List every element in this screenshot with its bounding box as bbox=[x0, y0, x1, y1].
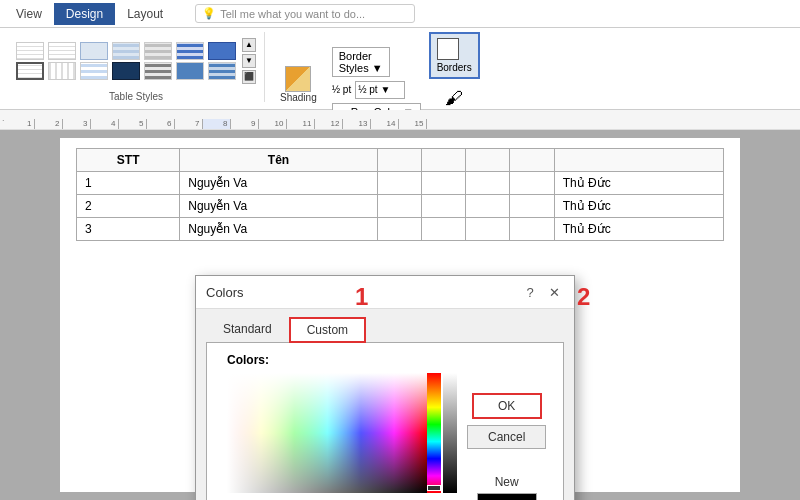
ruler-mark-9: 9 bbox=[231, 119, 259, 129]
search-placeholder-text: Tell me what you want to do... bbox=[220, 8, 365, 20]
cell-2-1: 2 bbox=[77, 195, 180, 218]
lightbulb-icon: 💡 bbox=[202, 7, 216, 20]
close-button[interactable]: ✕ bbox=[544, 282, 564, 302]
table-row: 2 Nguyễn Va Thủ Đức bbox=[77, 195, 724, 218]
table-style-8[interactable] bbox=[16, 62, 44, 80]
table-row: 3 Nguyễn Va Thủ Đức bbox=[77, 218, 724, 241]
col-ten: Tên bbox=[180, 149, 377, 172]
ruler-mark-12: 12 bbox=[315, 119, 343, 129]
borders-button[interactable]: Borders bbox=[429, 32, 480, 79]
ruler-marks: 1 2 3 4 5 6 7 8 9 10 11 12 13 14 15 bbox=[7, 110, 798, 129]
hue-slider[interactable] bbox=[427, 373, 441, 493]
colors-dialog: Colors ? ✕ Standard Custom Colors: bbox=[195, 275, 575, 500]
tab-design[interactable]: Design bbox=[54, 3, 115, 25]
ruler-mark-10: 10 bbox=[259, 119, 287, 129]
cell-3-1: 3 bbox=[77, 218, 180, 241]
table-style-2[interactable] bbox=[48, 42, 76, 60]
ribbon-tabs: View Design Layout 💡 Tell me what you wa… bbox=[0, 0, 800, 28]
dialog-title: Colors bbox=[206, 285, 244, 300]
cell-3-6 bbox=[510, 218, 554, 241]
ruler-mark-13: 13 bbox=[343, 119, 371, 129]
ruler-mark-15: 15 bbox=[399, 119, 427, 129]
shading-label: Shading bbox=[280, 92, 317, 103]
table-style-5[interactable] bbox=[144, 42, 172, 60]
ruler-mark-14: 14 bbox=[371, 119, 399, 129]
ruler-mark-3: 3 bbox=[63, 119, 91, 129]
ruler: · 1 2 3 4 5 6 7 8 9 10 11 12 13 14 15 bbox=[0, 110, 800, 130]
cell-1-5 bbox=[466, 172, 510, 195]
cell-1-6 bbox=[510, 172, 554, 195]
cell-2-4 bbox=[421, 195, 465, 218]
ruler-mark-5: 5 bbox=[119, 119, 147, 129]
cell-3-2: Nguyễn Va bbox=[180, 218, 377, 241]
cell-1-1: 1 bbox=[77, 172, 180, 195]
dialog-controls: ? ✕ bbox=[520, 282, 564, 302]
tab-custom[interactable]: Custom bbox=[289, 317, 366, 343]
cell-1-7: Thủ Đức bbox=[554, 172, 723, 195]
document-table: STT Tên 1 Nguyễn Va bbox=[76, 148, 724, 241]
table-style-12[interactable] bbox=[144, 62, 172, 80]
border-styles-button[interactable]: BorderStyles ▼ bbox=[332, 47, 390, 77]
borders-group: Shading BorderStyles ▼ ½ pt ½ pt ▼ ✏ Pen bbox=[265, 32, 488, 102]
cell-3-7: Thủ Đức bbox=[554, 218, 723, 241]
tab-view[interactable]: View bbox=[4, 3, 54, 25]
table-styles-grid bbox=[16, 42, 238, 80]
table-style-10[interactable] bbox=[80, 62, 108, 80]
painter-icon: 🖌 bbox=[438, 88, 470, 109]
cell-1-3 bbox=[377, 172, 421, 195]
new-label: New bbox=[495, 475, 519, 489]
help-button[interactable]: ? bbox=[520, 282, 540, 302]
col-3 bbox=[377, 149, 421, 172]
shading-button[interactable]: Shading bbox=[273, 63, 324, 106]
ruler-mark-4: 4 bbox=[91, 119, 119, 129]
cell-3-5 bbox=[466, 218, 510, 241]
cell-1-4 bbox=[421, 172, 465, 195]
dialog-titlebar: Colors ? ✕ bbox=[196, 276, 574, 309]
brightness-slider[interactable] bbox=[443, 373, 457, 493]
col-stt: STT bbox=[77, 149, 180, 172]
dialog-left-panel: Colors: Color model: bbox=[217, 353, 457, 500]
pen-weight-select[interactable]: ½ pt ▼ bbox=[355, 81, 405, 99]
borders-label: Borders bbox=[437, 62, 472, 73]
cell-3-3 bbox=[377, 218, 421, 241]
cell-2-3 bbox=[377, 195, 421, 218]
borders-icon bbox=[437, 38, 459, 60]
col-6 bbox=[510, 149, 554, 172]
color-spectrum-container bbox=[227, 373, 457, 493]
table-style-11[interactable] bbox=[112, 62, 140, 80]
table-style-13[interactable] bbox=[176, 62, 204, 80]
styles-expand[interactable]: ⬛ bbox=[242, 70, 256, 84]
table-style-9[interactable] bbox=[48, 62, 76, 80]
table-style-6[interactable] bbox=[176, 42, 204, 60]
hue-slider-thumb bbox=[427, 485, 441, 491]
search-bar[interactable]: 💡 Tell me what you want to do... bbox=[195, 4, 415, 23]
pen-weight-label: ½ pt bbox=[332, 84, 351, 95]
tab-layout[interactable]: Layout bbox=[115, 3, 175, 25]
table-style-7[interactable] bbox=[208, 42, 236, 60]
main-area: STT Tên 1 Nguyễn Va bbox=[0, 130, 800, 500]
col-5 bbox=[466, 149, 510, 172]
table-style-1[interactable] bbox=[16, 42, 44, 60]
table-style-14[interactable] bbox=[208, 62, 236, 80]
ok-button[interactable]: OK bbox=[472, 393, 542, 419]
ruler-left-margin: · bbox=[2, 115, 5, 125]
ruler-mark-6: 6 bbox=[147, 119, 175, 129]
table-row: 1 Nguyễn Va Thủ Đức bbox=[77, 172, 724, 195]
table-style-4[interactable] bbox=[112, 42, 140, 60]
ruler-mark-8: 8 bbox=[203, 119, 231, 129]
tab-standard[interactable]: Standard bbox=[206, 317, 289, 342]
dialog-tabs: Standard Custom bbox=[196, 309, 574, 342]
ribbon: View Design Layout 💡 Tell me what you wa… bbox=[0, 0, 800, 110]
styles-scroll-down[interactable]: ▼ bbox=[242, 54, 256, 68]
dialog-body: Colors: Color model: bbox=[206, 342, 564, 500]
styles-scroll-up[interactable]: ▲ bbox=[242, 38, 256, 52]
ruler-mark-11: 11 bbox=[287, 119, 315, 129]
cell-3-4 bbox=[421, 218, 465, 241]
color-spectrum[interactable] bbox=[227, 373, 427, 493]
table-style-3[interactable] bbox=[80, 42, 108, 60]
col-7 bbox=[554, 149, 723, 172]
cancel-button[interactable]: Cancel bbox=[467, 425, 546, 449]
shading-icon bbox=[285, 66, 311, 92]
table-styles-label: Table Styles bbox=[109, 91, 163, 102]
ruler-mark-7: 7 bbox=[175, 119, 203, 129]
